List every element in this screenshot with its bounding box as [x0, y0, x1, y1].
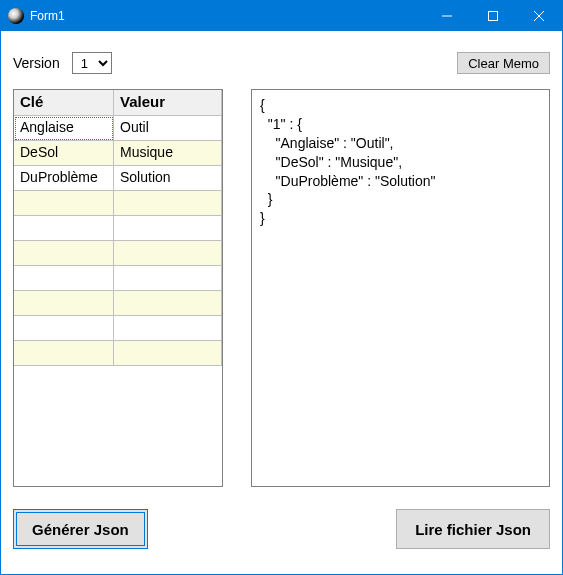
close-icon — [534, 11, 544, 21]
window-title: Form1 — [30, 9, 424, 23]
cell-value[interactable]: Outil — [114, 116, 222, 141]
generate-json-button[interactable]: Générer Json — [13, 509, 148, 549]
table-row[interactable]: DuProblèmeSolution — [14, 166, 222, 191]
spacer — [148, 509, 396, 549]
close-button[interactable] — [516, 1, 562, 31]
cell-value[interactable] — [114, 216, 222, 241]
cell-key[interactable]: DuProblème — [14, 166, 114, 191]
minimize-icon — [442, 11, 452, 21]
read-json-file-button[interactable]: Lire fichier Json — [396, 509, 550, 549]
version-select[interactable]: 1 — [72, 52, 112, 74]
cell-key[interactable] — [14, 216, 114, 241]
table-row[interactable] — [14, 191, 222, 216]
bottom-row: Générer Json Lire fichier Json — [13, 509, 550, 549]
app-icon — [8, 8, 24, 24]
clear-memo-button[interactable]: Clear Memo — [457, 52, 550, 74]
svg-rect-1 — [489, 12, 498, 21]
cell-key[interactable] — [14, 191, 114, 216]
memo[interactable]: { "1" : { "Anglaise" : "Outil", "DeSol" … — [251, 89, 550, 487]
table-row[interactable] — [14, 291, 222, 316]
minimize-button[interactable] — [424, 1, 470, 31]
top-row: Version 1 Clear Memo — [13, 43, 550, 83]
table-row[interactable] — [14, 241, 222, 266]
cell-value[interactable]: Musique — [114, 141, 222, 166]
maximize-icon — [488, 11, 498, 21]
window-buttons — [424, 1, 562, 31]
grid-header-key: Clé — [14, 90, 114, 116]
cell-value[interactable] — [114, 341, 222, 366]
cell-key[interactable]: DeSol — [14, 141, 114, 166]
table-row[interactable] — [14, 216, 222, 241]
cell-key[interactable] — [14, 291, 114, 316]
cell-key[interactable] — [14, 316, 114, 341]
grid-header-value: Valeur — [114, 90, 222, 116]
maximize-button[interactable] — [470, 1, 516, 31]
client-area: Version 1 Clear Memo Clé Valeur Anglaise… — [1, 31, 562, 574]
cell-value[interactable]: Solution — [114, 166, 222, 191]
cell-key[interactable] — [14, 241, 114, 266]
table-row[interactable] — [14, 266, 222, 291]
table-row[interactable] — [14, 341, 222, 366]
grid-body: AnglaiseOutilDeSolMusiqueDuProblèmeSolut… — [14, 116, 222, 486]
cell-value[interactable] — [114, 241, 222, 266]
table-row[interactable] — [14, 316, 222, 341]
grid-header-row: Clé Valeur — [14, 90, 222, 116]
cell-value[interactable] — [114, 316, 222, 341]
table-row[interactable]: DeSolMusique — [14, 141, 222, 166]
cell-key[interactable] — [14, 266, 114, 291]
version-label: Version — [13, 55, 60, 71]
cell-key[interactable] — [14, 341, 114, 366]
cell-value[interactable] — [114, 266, 222, 291]
titlebar: Form1 — [1, 1, 562, 31]
table-row[interactable]: AnglaiseOutil — [14, 116, 222, 141]
middle-row: Clé Valeur AnglaiseOutilDeSolMusiqueDuPr… — [13, 89, 550, 487]
cell-value[interactable] — [114, 291, 222, 316]
cell-value[interactable] — [114, 191, 222, 216]
data-grid[interactable]: Clé Valeur AnglaiseOutilDeSolMusiqueDuPr… — [13, 89, 223, 487]
cell-key[interactable]: Anglaise — [14, 116, 114, 141]
